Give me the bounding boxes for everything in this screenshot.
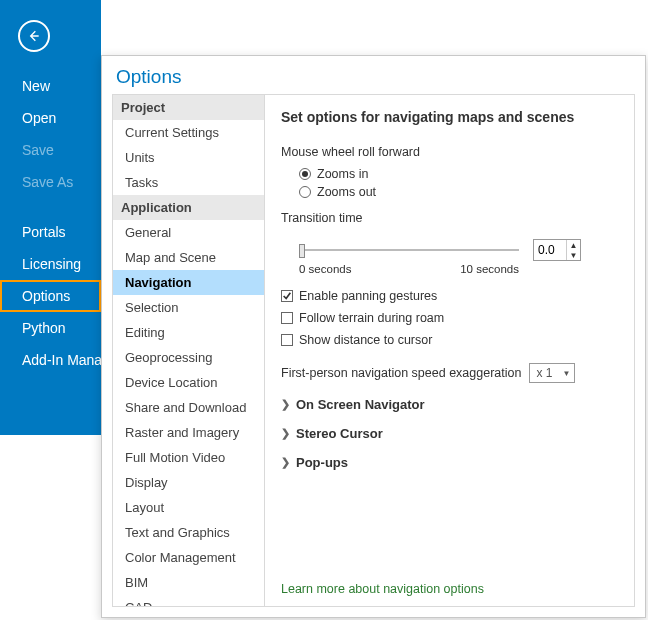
transition-time-input[interactable] <box>534 240 566 260</box>
category-item[interactable]: CAD <box>113 595 264 607</box>
category-item[interactable]: Selection <box>113 295 264 320</box>
first-person-label: First-person navigation speed exaggerati… <box>281 366 521 380</box>
back-button[interactable] <box>18 20 50 52</box>
radio-zooms-out[interactable] <box>299 186 311 198</box>
combo-value: x 1 <box>536 366 552 380</box>
category-item[interactable]: Units <box>113 145 264 170</box>
sidebar-item-python[interactable]: Python <box>0 312 101 344</box>
category-item[interactable]: Map and Scene <box>113 245 264 270</box>
chevron-down-icon: ▼ <box>563 369 571 378</box>
expander-popups[interactable]: ❯ Pop-ups <box>281 455 618 470</box>
panel-heading: Set options for navigating maps and scen… <box>281 109 618 125</box>
learn-more-link[interactable]: Learn more about navigation options <box>281 582 618 596</box>
expander-on-screen-navigator[interactable]: ❯ On Screen Navigator <box>281 397 618 412</box>
category-item-navigation[interactable]: Navigation <box>113 270 264 295</box>
transition-time-label: Transition time <box>281 211 618 225</box>
sidebar-item-addin-manager[interactable]: Add-In Manager <box>0 344 101 376</box>
category-item[interactable]: Raster and Imagery <box>113 420 264 445</box>
sidebar-item-options[interactable]: Options <box>0 280 101 312</box>
sidebar-item-portals[interactable]: Portals <box>0 216 101 248</box>
expander-label: On Screen Navigator <box>296 397 425 412</box>
backstage-sidebar: New Open Save Save As Portals Licensing … <box>0 0 101 435</box>
chevron-right-icon: ❯ <box>281 398 290 411</box>
checkbox-show-distance[interactable] <box>281 334 293 346</box>
category-item[interactable]: Layout <box>113 495 264 520</box>
category-item[interactable]: Editing <box>113 320 264 345</box>
category-item[interactable]: Device Location <box>113 370 264 395</box>
sidebar-item-open[interactable]: Open <box>0 102 101 134</box>
chevron-right-icon: ❯ <box>281 427 290 440</box>
sidebar-item-new[interactable]: New <box>0 70 101 102</box>
options-panel: Set options for navigating maps and scen… <box>264 94 635 607</box>
sidebar-item-save: Save <box>0 134 101 166</box>
transition-time-slider[interactable] <box>299 242 519 258</box>
category-list[interactable]: Project Current Settings Units Tasks App… <box>112 94 264 607</box>
spinner-up[interactable]: ▲ <box>567 240 580 250</box>
spinner-down[interactable]: ▼ <box>567 250 580 260</box>
category-item[interactable]: Full Motion Video <box>113 445 264 470</box>
expander-stereo-cursor[interactable]: ❯ Stereo Cursor <box>281 426 618 441</box>
sidebar-item-save-as: Save As <box>0 166 101 198</box>
category-item[interactable]: Share and Download <box>113 395 264 420</box>
slider-thumb[interactable] <box>299 244 305 258</box>
mouse-wheel-label: Mouse wheel roll forward <box>281 145 618 159</box>
options-dialog: Options Project Current Settings Units T… <box>101 55 646 618</box>
slider-max-label: 10 seconds <box>460 263 519 275</box>
first-person-combo[interactable]: x 1 ▼ <box>529 363 575 383</box>
slider-min-label: 0 seconds <box>299 263 351 275</box>
checkbox-label: Follow terrain during roam <box>299 311 444 325</box>
category-item[interactable]: Color Management <box>113 545 264 570</box>
category-header-application: Application <box>113 195 264 220</box>
category-item[interactable]: Geoprocessing <box>113 345 264 370</box>
checkbox-label: Enable panning gestures <box>299 289 437 303</box>
category-item[interactable]: Text and Graphics <box>113 520 264 545</box>
category-item[interactable]: Tasks <box>113 170 264 195</box>
category-item[interactable]: Display <box>113 470 264 495</box>
arrow-left-icon <box>26 28 42 44</box>
category-item[interactable]: BIM <box>113 570 264 595</box>
radio-label: Zooms in <box>317 167 368 181</box>
radio-zooms-in[interactable] <box>299 168 311 180</box>
checkbox-label: Show distance to cursor <box>299 333 432 347</box>
checkbox-enable-panning[interactable] <box>281 290 293 302</box>
expander-label: Pop-ups <box>296 455 348 470</box>
category-item[interactable]: Current Settings <box>113 120 264 145</box>
dialog-title: Options <box>102 56 645 94</box>
radio-label: Zooms out <box>317 185 376 199</box>
checkbox-follow-terrain[interactable] <box>281 312 293 324</box>
transition-time-spinner[interactable]: ▲ ▼ <box>533 239 581 261</box>
category-item[interactable]: General <box>113 220 264 245</box>
chevron-right-icon: ❯ <box>281 456 290 469</box>
expander-label: Stereo Cursor <box>296 426 383 441</box>
category-header-project: Project <box>113 95 264 120</box>
sidebar-item-licensing[interactable]: Licensing <box>0 248 101 280</box>
